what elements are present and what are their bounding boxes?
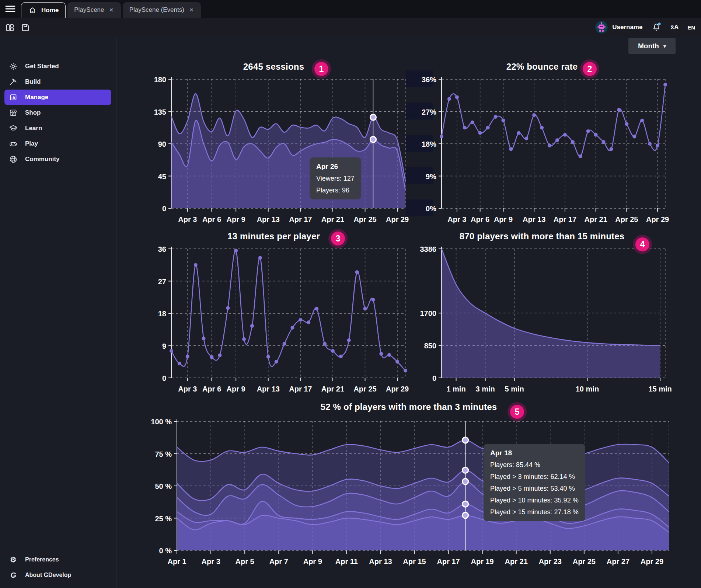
- avatar: [595, 21, 608, 34]
- tab-strip: Home PlayScene × PlayScene (Events) ×: [21, 2, 203, 18]
- chart-title: 2645 sessions: [136, 62, 411, 72]
- svg-text:Apr 21: Apr 21: [321, 215, 344, 223]
- chart-engagement-canvas[interactable]: 0 %25 %50 %75 %100 %Apr 1Apr 3Apr 5Apr 7…: [136, 401, 681, 576]
- pickaxe-icon: [9, 77, 18, 86]
- bell-icon: [651, 22, 662, 32]
- period-label: Month: [638, 42, 659, 50]
- close-icon[interactable]: ×: [109, 6, 114, 14]
- tab-label: PlayScene: [74, 6, 104, 14]
- svg-text:850: 850: [424, 342, 436, 350]
- svg-text:1 min: 1 min: [446, 385, 465, 393]
- tooltip-row: Players: 96: [316, 187, 355, 194]
- svg-text:Apr 25: Apr 25: [353, 385, 376, 393]
- panels-layout-button[interactable]: [5, 23, 15, 32]
- sidebar-item-manage[interactable]: Manage: [4, 90, 111, 105]
- svg-text:3386: 3386: [420, 245, 437, 253]
- sidebar-item-build[interactable]: Build: [4, 74, 111, 90]
- bar-chart-icon: [9, 93, 18, 102]
- svg-text:Apr 5: Apr 5: [236, 557, 254, 566]
- sidebar-item-about-gdevelop[interactable]: Ǥ About GDevelop: [4, 567, 111, 583]
- translate-icon[interactable]: x̄A: [670, 24, 679, 31]
- svg-text:0 %: 0 %: [159, 547, 172, 555]
- save-button[interactable]: [21, 23, 30, 32]
- chart-bounce-canvas[interactable]: 0%9%18%27%36%Apr 3Apr 6Apr 9Apr 13Apr 17…: [405, 61, 679, 229]
- svg-text:Apr 21: Apr 21: [321, 385, 344, 393]
- svg-text:Apr 3: Apr 3: [178, 385, 197, 393]
- svg-text:Apr 13: Apr 13: [257, 215, 280, 223]
- tab-home[interactable]: Home: [21, 2, 66, 18]
- chart-sessions-canvas[interactable]: 04590135180Apr 3Apr 6Apr 9Apr 13Apr 17Ap…: [136, 61, 411, 229]
- sidebar-item-get-started[interactable]: Get Started: [4, 59, 111, 74]
- svg-text:Apr 17: Apr 17: [289, 385, 312, 393]
- svg-text:27: 27: [158, 278, 166, 286]
- sidebar-item-learn[interactable]: Learn: [4, 121, 111, 136]
- tab-label: Home: [41, 7, 59, 14]
- notifications-button[interactable]: [651, 22, 662, 32]
- sidebar: Get Started Build: [0, 37, 116, 588]
- svg-text:Apr 3: Apr 3: [178, 215, 197, 223]
- sidebar-item-label: Shop: [25, 109, 41, 116]
- annotation-badge-3: 3: [331, 232, 345, 246]
- svg-text:10 min: 10 min: [576, 385, 599, 393]
- svg-text:Apr 27: Apr 27: [607, 557, 629, 566]
- svg-text:Apr 21: Apr 21: [584, 215, 607, 223]
- svg-text:15 min: 15 min: [648, 385, 672, 393]
- svg-text:180: 180: [154, 76, 166, 84]
- sidebar-item-play[interactable]: Play: [4, 136, 111, 152]
- chart-minutes-canvas[interactable]: 09182736Apr 3Apr 6Apr 9Apr 13Apr 17Apr 2…: [136, 230, 411, 398]
- gear-icon: ⚙: [9, 555, 18, 564]
- gdevelop-window: Home PlayScene × PlayScene (Events) ×: [0, 0, 701, 588]
- toolbar: Username x̄A EN: [0, 18, 701, 37]
- storefront-icon: [9, 108, 18, 117]
- svg-text:Apr 29: Apr 29: [641, 557, 663, 566]
- annotation-badge-5: 5: [510, 405, 524, 419]
- sidebar-item-label: Learn: [25, 125, 42, 132]
- chart-title: 22% bounce rate: [405, 62, 679, 72]
- sun-icon: [9, 62, 18, 71]
- svg-text:0: 0: [162, 374, 166, 382]
- svg-text:3 min: 3 min: [476, 385, 495, 393]
- sidebar-nav: Get Started Build: [0, 59, 116, 167]
- svg-text:0: 0: [162, 205, 166, 213]
- svg-text:100 %: 100 %: [151, 418, 172, 426]
- svg-text:Apr 21: Apr 21: [505, 557, 528, 566]
- svg-text:18%: 18%: [422, 140, 436, 148]
- svg-text:Apr 17: Apr 17: [554, 215, 576, 223]
- period-dropdown[interactable]: Month ▾: [628, 38, 676, 54]
- svg-text:Apr 7: Apr 7: [269, 557, 288, 566]
- sidebar-item-shop[interactable]: Shop: [4, 105, 111, 121]
- sidebar-item-label: Preferences: [25, 556, 59, 563]
- graduation-cap-icon: [9, 124, 18, 133]
- svg-text:50 %: 50 %: [155, 482, 172, 490]
- tooltip-row: Viewers: 127: [316, 175, 355, 182]
- svg-text:Apr 25: Apr 25: [615, 215, 638, 223]
- tab-playscene[interactable]: PlayScene ×: [67, 2, 121, 18]
- chart-engagement: 0 %25 %50 %75 %100 %Apr 1Apr 3Apr 5Apr 7…: [136, 401, 681, 576]
- svg-text:9%: 9%: [426, 173, 436, 181]
- sidebar-item-preferences[interactable]: ⚙ Preferences: [4, 552, 111, 567]
- language-label[interactable]: EN: [687, 24, 695, 31]
- hamburger-icon: [4, 3, 17, 15]
- sidebar-item-label: Get Started: [25, 63, 59, 70]
- tooltip-title: Apr 18: [490, 449, 579, 457]
- svg-text:Apr 23: Apr 23: [539, 557, 562, 566]
- svg-text:0: 0: [432, 374, 436, 382]
- chevron-down-icon: ▾: [663, 43, 666, 49]
- annotation-badge-4: 4: [635, 237, 649, 251]
- svg-text:Apr 13: Apr 13: [369, 557, 392, 566]
- svg-text:Apr 9: Apr 9: [227, 385, 245, 393]
- sidebar-item-community[interactable]: Community: [4, 152, 111, 167]
- user-menu[interactable]: Username: [595, 21, 642, 34]
- tab-label: PlayScene (Events): [129, 6, 184, 14]
- chart-retention-canvas[interactable]: 0850170033861 min3 min5 min10 min15 min: [405, 230, 679, 398]
- svg-text:Apr 25: Apr 25: [353, 215, 376, 223]
- svg-text:75 %: 75 %: [155, 450, 172, 458]
- close-icon[interactable]: ×: [189, 6, 194, 14]
- tab-playscene-events[interactable]: PlayScene (Events) ×: [123, 2, 201, 18]
- menu-button[interactable]: [4, 3, 17, 15]
- svg-text:Apr 9: Apr 9: [227, 215, 245, 223]
- sidebar-item-label: About GDevelop: [25, 572, 71, 578]
- chart-tooltip: Apr 18 Players: 85.44 % Played > 3 minut…: [484, 444, 585, 521]
- svg-text:9: 9: [162, 342, 166, 350]
- svg-text:135: 135: [154, 108, 166, 116]
